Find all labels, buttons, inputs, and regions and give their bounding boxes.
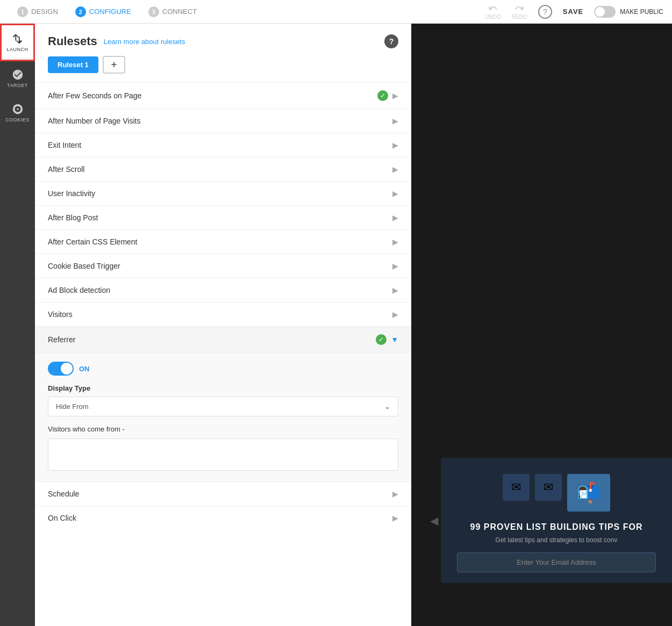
- step-label-connect: CONNECT: [162, 8, 197, 16]
- rule-label: Exit Intent: [48, 141, 392, 149]
- preview-envelope-icon-1: ✉: [503, 474, 530, 501]
- ruleset-tab-1[interactable]: Ruleset 1: [48, 56, 98, 73]
- check-icon: ✓: [377, 90, 388, 101]
- panel-title: Rulesets: [48, 34, 97, 48]
- ruleset-tabs: Ruleset 1 +: [35, 56, 411, 82]
- rule-row-schedule[interactable]: Schedule ▶: [35, 481, 411, 506]
- rule-row-on-click[interactable]: On Click ▶: [35, 506, 411, 530]
- sidebar-item-cookies[interactable]: COOKIES: [0, 96, 35, 130]
- preview-icons: ✉ ✉ 📬: [457, 474, 656, 512]
- nav-step-connect[interactable]: 3 CONNECT: [140, 6, 205, 17]
- preview-email-input[interactable]: Enter Your Email Address: [457, 552, 656, 572]
- visitors-from-label: Visitors who come from -: [48, 425, 398, 433]
- top-nav: 1 DESIGN 2 CONFIGURE 3 CONNECT UNDO REDO…: [0, 0, 672, 24]
- rule-label: After Scroll: [48, 165, 392, 174]
- preview-subtitle: Get latest tips and strategies to boost …: [457, 536, 656, 544]
- rule-icons: ▶: [392, 141, 398, 149]
- chevron-down-icon: ⌄: [384, 402, 390, 411]
- rule-label: Visitors: [48, 310, 392, 319]
- rule-icons: ▶: [392, 213, 398, 222]
- sidebar-item-target[interactable]: TARGET: [0, 61, 35, 96]
- toggle-label: ON: [79, 365, 90, 373]
- panel-help-button[interactable]: ?: [384, 34, 398, 48]
- chevron-down-icon: ▼: [391, 335, 398, 344]
- display-type-select[interactable]: Hide From ⌄: [48, 397, 398, 416]
- rule-row-after-css-element[interactable]: After Certain CSS Element ▶: [35, 229, 411, 254]
- sidebar: LAUNCH TARGET COOKIES: [0, 24, 35, 626]
- rule-icons: ▶: [392, 117, 398, 125]
- rule-row-after-blog-post[interactable]: After Blog Post ▶: [35, 205, 411, 229]
- panel: Rulesets Learn more about rulesets ? Rul…: [35, 24, 411, 626]
- chevron-right-icon: ▶: [392, 91, 398, 100]
- make-public-toggle: MAKE PUBLIC: [594, 6, 663, 18]
- rule-icons: ▶: [392, 514, 398, 522]
- rule-label: After Number of Page Visits: [48, 117, 392, 125]
- redo-button[interactable]: REDO: [512, 3, 527, 20]
- rule-label: Cookie Based Trigger: [48, 262, 392, 270]
- sidebar-item-launch-label: LAUNCH: [6, 47, 28, 52]
- sidebar-item-launch[interactable]: LAUNCH: [0, 24, 35, 61]
- preview-mailbox-icon: 📬: [567, 474, 610, 512]
- rule-label: After Few Seconds on Page: [48, 91, 377, 100]
- chevron-right-icon: ▶: [392, 514, 398, 522]
- make-public-switch[interactable]: [594, 6, 616, 18]
- chevron-right-icon: ▶: [392, 141, 398, 149]
- make-public-label: MAKE PUBLIC: [620, 8, 663, 16]
- preview-area: ◀ ✉ ✉ 📬 99 PROVEN LIST BUILDING TIPS FOR…: [411, 24, 672, 626]
- rule-icons: ✓ ▶: [377, 90, 398, 101]
- toggle-row: ON: [48, 362, 398, 376]
- nav-steps: 1 DESIGN 2 CONFIGURE 3 CONNECT: [9, 6, 205, 17]
- preview-envelope-icon-2: ✉: [535, 474, 562, 501]
- rule-row-visitors[interactable]: Visitors ▶: [35, 302, 411, 326]
- save-button[interactable]: SAVE: [563, 8, 583, 16]
- rule-icons: ▶: [392, 310, 398, 319]
- panel-header: Rulesets Learn more about rulesets ?: [35, 24, 411, 56]
- step-num-configure: 2: [75, 6, 86, 17]
- rule-icons: ▶: [392, 490, 398, 498]
- help-button[interactable]: ?: [538, 5, 552, 19]
- preview-card: ◀ ✉ ✉ 📬 99 PROVEN LIST BUILDING TIPS FOR…: [441, 458, 672, 583]
- preview-title: 99 PROVEN LIST BUILDING TIPS FOR: [457, 522, 656, 532]
- rule-row-after-few-seconds[interactable]: After Few Seconds on Page ✓ ▶: [35, 82, 411, 109]
- chevron-right-icon: ▶: [392, 262, 398, 270]
- rule-row-user-inactivity[interactable]: User Inactivity ▶: [35, 181, 411, 205]
- step-num-design: 1: [17, 6, 28, 17]
- chevron-right-icon: ▶: [392, 117, 398, 125]
- rule-icons: ✓ ▼: [376, 334, 398, 345]
- display-type-label: Display Type: [48, 384, 398, 392]
- rule-label: On Click: [48, 514, 392, 522]
- chevron-right-icon: ▶: [392, 165, 398, 174]
- step-num-connect: 3: [148, 6, 159, 17]
- svg-point-2: [17, 108, 19, 110]
- rule-row-cookie-based[interactable]: Cookie Based Trigger ▶: [35, 254, 411, 278]
- rule-row-exit-intent[interactable]: Exit Intent ▶: [35, 133, 411, 157]
- visitors-textarea[interactable]: [48, 438, 398, 471]
- redo-label: REDO: [512, 14, 527, 20]
- rule-row-page-visits[interactable]: After Number of Page Visits ▶: [35, 109, 411, 133]
- rule-label: Schedule: [48, 490, 392, 498]
- sidebar-item-cookies-label: COOKIES: [5, 117, 30, 123]
- check-icon: ✓: [376, 334, 387, 345]
- ruleset-tab-add[interactable]: +: [103, 56, 126, 74]
- nav-step-design[interactable]: 1 DESIGN: [9, 6, 67, 17]
- step-label-design: DESIGN: [31, 8, 58, 16]
- nav-step-configure[interactable]: 2 CONFIGURE: [67, 6, 140, 17]
- main-content: LAUNCH TARGET COOKIES Rulesets Learn mor…: [0, 24, 672, 626]
- rule-row-adblock[interactable]: Ad Block detection ▶: [35, 278, 411, 302]
- chevron-right-icon: ▶: [392, 286, 398, 294]
- rule-label: After Blog Post: [48, 213, 392, 222]
- rule-label: After Certain CSS Element: [48, 238, 392, 246]
- step-label-configure: CONFIGURE: [89, 8, 131, 16]
- learn-more-link[interactable]: Learn more about rulesets: [104, 38, 185, 46]
- sidebar-item-target-label: TARGET: [7, 83, 28, 88]
- rules-list: After Few Seconds on Page ✓ ▶ After Numb…: [35, 82, 411, 530]
- referrer-toggle[interactable]: [48, 362, 74, 376]
- undo-button[interactable]: UNDO: [485, 3, 501, 20]
- preview-arrow-icon: ◀: [430, 514, 438, 527]
- chevron-right-icon: ▶: [392, 238, 398, 246]
- rule-icons: ▶: [392, 189, 398, 198]
- display-type-value: Hide From: [56, 402, 89, 411]
- rule-row-referrer[interactable]: Referrer ✓ ▼: [35, 326, 411, 352]
- rule-row-after-scroll[interactable]: After Scroll ▶: [35, 157, 411, 181]
- chevron-right-icon: ▶: [392, 490, 398, 498]
